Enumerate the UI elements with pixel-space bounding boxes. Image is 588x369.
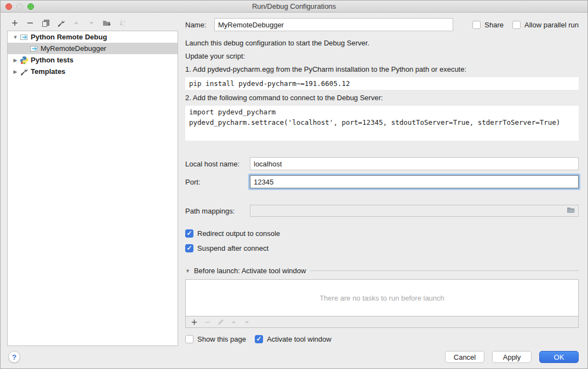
show-this-page-checkbox-group[interactable]: Show this page [185,335,246,343]
open-folder-icon[interactable] [566,206,576,216]
window-controls [5,3,34,10]
dialog-footer: ? Cancel Apply OK [1,345,587,368]
tree-item-myremotedebugger[interactable]: MyRemoteDebugger [8,43,178,54]
before-launch-title: Before launch: Activate tool window [194,267,306,275]
remove-task-icon [202,316,212,327]
suspend-after-connect-checkbox[interactable] [185,244,193,252]
share-label: Share [484,21,504,29]
share-checkbox[interactable] [472,21,481,29]
expand-collapse-icon[interactable]: ▼ [11,34,20,40]
edit-defaults-icon[interactable] [54,18,67,28]
step2-text: 2. Add the following command to connect … [185,91,579,105]
move-task-up-icon [229,316,238,327]
share-checkbox-group[interactable]: Share [472,21,504,29]
wrench-icon [20,67,28,76]
tree-item-templates[interactable]: ▶ Templates [8,66,178,77]
before-launch-tasks-list[interactable]: There are no tasks to run before launch [185,279,579,316]
allow-parallel-run-label: Allow parallel run [524,21,579,29]
activate-tool-window-label: Activate tool window [267,335,332,343]
intro-text-line1: Launch this debug configuration to start… [185,37,579,50]
add-task-icon[interactable] [189,316,199,327]
tree-item-python-remote-debug[interactable]: ▼ Python Remote Debug [8,31,178,43]
local-host-name-input[interactable] [250,157,579,170]
tree-item-label: Templates [31,67,65,76]
window-title: Run/Debug Configurations [252,2,336,10]
tree-item-label: Python tests [31,56,73,64]
settrace-code: import pydevd_pycharm pydevd_pycharm.set… [185,106,579,141]
before-launch-section-header[interactable]: ▼ Before launch: Activate tool window [185,267,579,275]
expand-collapse-icon[interactable]: ▶ [11,69,20,74]
configurations-tree: ▼ Python Remote Debug MyRemoteDebugger ▶ [7,31,178,346]
suspend-after-connect-checkbox-group[interactable]: Suspend after connect [185,244,269,252]
remote-debug-icon [20,33,28,42]
move-up-icon [70,18,83,28]
name-input[interactable] [214,18,453,31]
port-label: Port: [185,178,250,186]
step1-text: 1. Add pydevd-pycharm.egg from the PyCha… [185,63,579,76]
allow-parallel-run-checkbox[interactable] [512,21,521,29]
local-host-name-label: Local host name: [185,160,250,168]
show-this-page-label: Show this page [197,335,246,343]
help-button[interactable]: ? [8,351,20,363]
intro-text-line2: Update your script: [185,50,579,63]
tree-item-label: Python Remote Debug [31,33,107,41]
show-this-page-checkbox[interactable] [185,335,193,343]
configuration-editor: Name: Share Allow parallel run Launch th… [185,13,587,345]
configurations-sidebar: az ▼ Python Remote Debug MyRemoteDebugge… [1,13,185,345]
remove-configuration-icon[interactable] [24,18,37,28]
sort-configurations-icon: az [116,18,129,28]
title-bar: Run/Debug Configurations [1,1,587,13]
ok-button[interactable]: OK [539,351,579,363]
empty-tasks-message: There are no tasks to run before launch [319,294,444,302]
move-down-icon [85,18,98,28]
new-folder-icon[interactable] [100,18,113,28]
svg-text:a: a [123,20,125,23]
collapse-section-icon[interactable]: ▼ [185,268,190,274]
settrace-code-line1: import pydevd_pycharm [189,108,276,116]
tasks-toolbar [185,316,579,328]
path-mappings-label: Path mappings: [185,207,250,215]
redirect-output-checkbox[interactable] [185,229,193,238]
settrace-code-line2: pydevd_pycharm.settrace('localhost', por… [189,118,560,126]
path-mappings-field[interactable] [250,205,579,217]
remote-debug-icon [30,44,38,53]
tree-item-python-tests[interactable]: ▶ Python tests [8,54,178,66]
close-window-button[interactable] [5,3,12,10]
help-icon: ? [12,353,16,361]
minimize-window-button [16,3,23,10]
move-task-down-icon [242,316,252,327]
expand-collapse-icon[interactable]: ▶ [11,57,20,63]
port-input[interactable] [250,175,579,188]
redirect-output-label: Redirect output to console [197,229,280,238]
copy-configuration-icon[interactable] [39,18,52,28]
cancel-button[interactable]: Cancel [445,351,484,363]
apply-button[interactable]: Apply [492,351,532,363]
redirect-output-checkbox-group[interactable]: Redirect output to console [185,229,280,238]
python-tests-icon [20,56,28,65]
zoom-window-button[interactable] [27,3,34,10]
suspend-after-connect-label: Suspend after connect [197,244,269,252]
edit-task-icon [215,316,225,327]
allow-parallel-run-checkbox-group[interactable]: Allow parallel run [512,21,579,29]
pip-install-code: pip install pydevd-pycharm~=191.6605.12 [185,77,579,90]
activate-tool-window-checkbox[interactable] [255,335,263,343]
name-label: Name: [185,21,214,29]
add-configuration-icon[interactable] [8,18,21,28]
section-divider [310,270,579,271]
sidebar-toolbar: az [8,17,185,29]
svg-text:z: z [123,24,125,27]
activate-tool-window-checkbox-group[interactable]: Activate tool window [255,335,332,343]
run-debug-configurations-dialog: Run/Debug Configurations [0,0,588,369]
tree-item-label: MyRemoteDebugger [41,44,106,53]
